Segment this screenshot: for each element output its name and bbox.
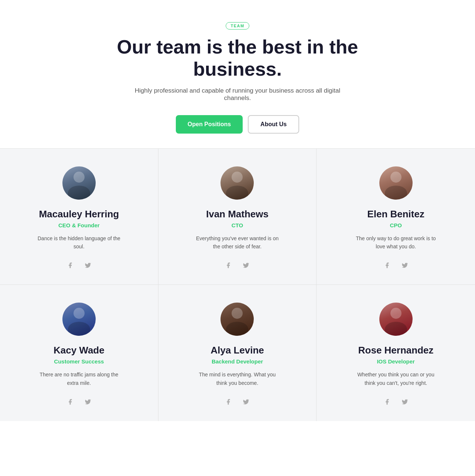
facebook-icon-alya[interactable] [222, 396, 234, 408]
facebook-icon-kacy[interactable] [64, 396, 76, 408]
member-quote-macauley: Dance is the hidden language of the soul… [35, 234, 123, 251]
avatar-kacy [62, 303, 96, 336]
avatar-macauley [62, 166, 96, 200]
twitter-icon-kacy[interactable] [82, 396, 94, 408]
avatar-ivan [221, 166, 254, 200]
member-name-rose: Rose Hernandez [358, 345, 434, 356]
member-role-rose: IOS Developer [377, 358, 415, 365]
hero-title: Our team is the best in the business. [108, 36, 367, 80]
social-links-rose [381, 396, 411, 408]
member-quote-ivan: Everything you've ever wanted is on the … [193, 234, 281, 251]
twitter-icon-alya[interactable] [240, 396, 252, 408]
member-name-ivan: Ivan Mathews [206, 208, 269, 220]
team-card-ivan: Ivan Mathews CTO Everything you've ever … [158, 149, 317, 285]
team-card-alya: Alya Levine Backend Developer The mind i… [158, 285, 317, 421]
member-role-alya: Backend Developer [212, 358, 263, 365]
social-links-alya [222, 396, 252, 408]
member-role-elen: CPO [390, 222, 402, 228]
open-positions-button[interactable]: Open Positions [176, 115, 243, 134]
avatar-alya [221, 303, 254, 336]
team-row-2: Kacy Wade Customer Success There are no … [0, 284, 475, 421]
team-card-elen: Elen Benitez CPO The only way to do grea… [317, 149, 475, 285]
member-quote-kacy: There are no traffic jams along the extr… [35, 370, 123, 387]
social-links-ivan [222, 259, 252, 271]
member-name-macauley: Macauley Herring [39, 208, 119, 220]
facebook-icon-ivan[interactable] [222, 259, 234, 271]
team-card-kacy: Kacy Wade Customer Success There are no … [0, 285, 158, 421]
twitter-icon-rose[interactable] [399, 396, 411, 408]
facebook-icon-macauley[interactable] [64, 259, 76, 271]
member-quote-rose: Whether you think you can or you think y… [352, 370, 440, 387]
social-links-macauley [64, 259, 94, 271]
facebook-icon-rose[interactable] [381, 396, 393, 408]
team-badge: TEAM [226, 22, 249, 30]
avatar-rose [379, 303, 413, 336]
twitter-icon-macauley[interactable] [82, 259, 94, 271]
social-links-kacy [64, 396, 94, 408]
hero-buttons: Open Positions About Us [7, 115, 468, 134]
twitter-icon-ivan[interactable] [240, 259, 252, 271]
member-role-macauley: CEO & Founder [58, 222, 100, 228]
team-card-macauley: Macauley Herring CEO & Founder Dance is … [0, 149, 158, 285]
member-quote-alya: The mind is everything. What you think y… [193, 370, 281, 387]
team-grid-section: Macauley Herring CEO & Founder Dance is … [0, 148, 475, 421]
member-quote-elen: The only way to do great work is to love… [352, 234, 440, 251]
about-us-button[interactable]: About Us [248, 115, 299, 134]
facebook-icon-elen[interactable] [381, 259, 393, 271]
twitter-icon-elen[interactable] [399, 259, 411, 271]
member-role-kacy: Customer Success [54, 358, 104, 365]
member-name-alya: Alya Levine [211, 345, 264, 356]
member-name-elen: Elen Benitez [367, 208, 424, 220]
hero-section: TEAM Our team is the best in the busines… [0, 0, 475, 148]
avatar-elen [379, 166, 413, 200]
member-role-ivan: CTO [232, 222, 243, 228]
team-card-rose: Rose Hernandez IOS Developer Whether you… [317, 285, 475, 421]
team-row-1: Macauley Herring CEO & Founder Dance is … [0, 148, 475, 285]
social-links-elen [381, 259, 411, 271]
hero-subtitle: Highly professional and capable of runni… [134, 87, 341, 102]
member-name-kacy: Kacy Wade [54, 345, 105, 356]
